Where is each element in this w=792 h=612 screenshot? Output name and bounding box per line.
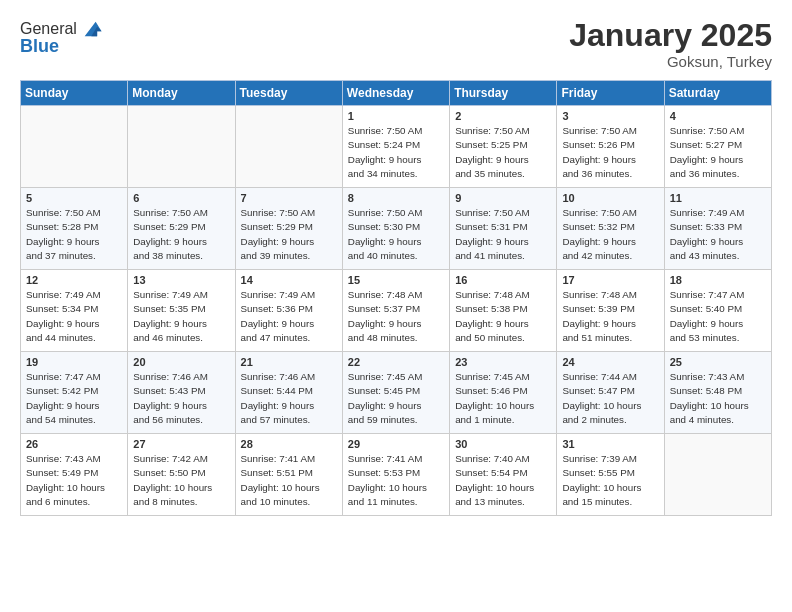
day-info: Sunrise: 7:41 AMSunset: 5:51 PMDaylight:…	[241, 452, 337, 509]
day-info: Sunrise: 7:49 AMSunset: 5:35 PMDaylight:…	[133, 288, 229, 345]
day-info: Sunrise: 7:48 AMSunset: 5:39 PMDaylight:…	[562, 288, 658, 345]
day-info: Sunrise: 7:48 AMSunset: 5:38 PMDaylight:…	[455, 288, 551, 345]
calendar-week-row: 1Sunrise: 7:50 AMSunset: 5:24 PMDaylight…	[21, 106, 772, 188]
weekday-header: Saturday	[664, 81, 771, 106]
calendar-cell: 21Sunrise: 7:46 AMSunset: 5:44 PMDayligh…	[235, 352, 342, 434]
calendar-cell: 3Sunrise: 7:50 AMSunset: 5:26 PMDaylight…	[557, 106, 664, 188]
day-info: Sunrise: 7:44 AMSunset: 5:47 PMDaylight:…	[562, 370, 658, 427]
calendar-week-row: 26Sunrise: 7:43 AMSunset: 5:49 PMDayligh…	[21, 434, 772, 516]
calendar-cell: 5Sunrise: 7:50 AMSunset: 5:28 PMDaylight…	[21, 188, 128, 270]
day-number: 13	[133, 274, 229, 286]
day-number: 10	[562, 192, 658, 204]
day-number: 15	[348, 274, 444, 286]
day-info: Sunrise: 7:50 AMSunset: 5:28 PMDaylight:…	[26, 206, 122, 263]
calendar-cell: 4Sunrise: 7:50 AMSunset: 5:27 PMDaylight…	[664, 106, 771, 188]
logo-icon	[81, 18, 103, 40]
calendar-cell: 24Sunrise: 7:44 AMSunset: 5:47 PMDayligh…	[557, 352, 664, 434]
calendar-cell: 19Sunrise: 7:47 AMSunset: 5:42 PMDayligh…	[21, 352, 128, 434]
calendar-week-row: 12Sunrise: 7:49 AMSunset: 5:34 PMDayligh…	[21, 270, 772, 352]
day-info: Sunrise: 7:50 AMSunset: 5:29 PMDaylight:…	[241, 206, 337, 263]
day-info: Sunrise: 7:46 AMSunset: 5:43 PMDaylight:…	[133, 370, 229, 427]
day-number: 28	[241, 438, 337, 450]
calendar-cell: 20Sunrise: 7:46 AMSunset: 5:43 PMDayligh…	[128, 352, 235, 434]
calendar-cell: 27Sunrise: 7:42 AMSunset: 5:50 PMDayligh…	[128, 434, 235, 516]
calendar-cell: 8Sunrise: 7:50 AMSunset: 5:30 PMDaylight…	[342, 188, 449, 270]
day-number: 24	[562, 356, 658, 368]
day-number: 4	[670, 110, 766, 122]
day-number: 6	[133, 192, 229, 204]
weekday-header-row: SundayMondayTuesdayWednesdayThursdayFrid…	[21, 81, 772, 106]
weekday-header: Thursday	[450, 81, 557, 106]
calendar-cell: 2Sunrise: 7:50 AMSunset: 5:25 PMDaylight…	[450, 106, 557, 188]
calendar-cell: 14Sunrise: 7:49 AMSunset: 5:36 PMDayligh…	[235, 270, 342, 352]
weekday-header: Friday	[557, 81, 664, 106]
calendar-table: SundayMondayTuesdayWednesdayThursdayFrid…	[20, 80, 772, 516]
day-info: Sunrise: 7:48 AMSunset: 5:37 PMDaylight:…	[348, 288, 444, 345]
day-number: 5	[26, 192, 122, 204]
day-number: 1	[348, 110, 444, 122]
day-number: 21	[241, 356, 337, 368]
calendar-cell: 23Sunrise: 7:45 AMSunset: 5:46 PMDayligh…	[450, 352, 557, 434]
calendar-cell	[235, 106, 342, 188]
calendar-cell: 25Sunrise: 7:43 AMSunset: 5:48 PMDayligh…	[664, 352, 771, 434]
weekday-header: Wednesday	[342, 81, 449, 106]
day-info: Sunrise: 7:50 AMSunset: 5:24 PMDaylight:…	[348, 124, 444, 181]
day-number: 9	[455, 192, 551, 204]
calendar-cell: 13Sunrise: 7:49 AMSunset: 5:35 PMDayligh…	[128, 270, 235, 352]
calendar-cell	[664, 434, 771, 516]
calendar-cell	[21, 106, 128, 188]
day-number: 14	[241, 274, 337, 286]
day-info: Sunrise: 7:43 AMSunset: 5:48 PMDaylight:…	[670, 370, 766, 427]
day-number: 3	[562, 110, 658, 122]
day-number: 27	[133, 438, 229, 450]
calendar-cell: 30Sunrise: 7:40 AMSunset: 5:54 PMDayligh…	[450, 434, 557, 516]
day-number: 22	[348, 356, 444, 368]
day-info: Sunrise: 7:41 AMSunset: 5:53 PMDaylight:…	[348, 452, 444, 509]
day-info: Sunrise: 7:50 AMSunset: 5:27 PMDaylight:…	[670, 124, 766, 181]
day-info: Sunrise: 7:49 AMSunset: 5:34 PMDaylight:…	[26, 288, 122, 345]
calendar-cell	[128, 106, 235, 188]
calendar-cell: 9Sunrise: 7:50 AMSunset: 5:31 PMDaylight…	[450, 188, 557, 270]
calendar-cell: 6Sunrise: 7:50 AMSunset: 5:29 PMDaylight…	[128, 188, 235, 270]
day-number: 25	[670, 356, 766, 368]
day-number: 23	[455, 356, 551, 368]
calendar-week-row: 19Sunrise: 7:47 AMSunset: 5:42 PMDayligh…	[21, 352, 772, 434]
day-number: 16	[455, 274, 551, 286]
day-info: Sunrise: 7:45 AMSunset: 5:46 PMDaylight:…	[455, 370, 551, 427]
day-info: Sunrise: 7:42 AMSunset: 5:50 PMDaylight:…	[133, 452, 229, 509]
day-info: Sunrise: 7:50 AMSunset: 5:31 PMDaylight:…	[455, 206, 551, 263]
day-number: 7	[241, 192, 337, 204]
title-block: January 2025 Goksun, Turkey	[569, 18, 772, 70]
day-number: 17	[562, 274, 658, 286]
calendar-cell: 12Sunrise: 7:49 AMSunset: 5:34 PMDayligh…	[21, 270, 128, 352]
day-number: 12	[26, 274, 122, 286]
day-number: 26	[26, 438, 122, 450]
calendar-cell: 18Sunrise: 7:47 AMSunset: 5:40 PMDayligh…	[664, 270, 771, 352]
calendar-cell: 15Sunrise: 7:48 AMSunset: 5:37 PMDayligh…	[342, 270, 449, 352]
day-info: Sunrise: 7:49 AMSunset: 5:36 PMDaylight:…	[241, 288, 337, 345]
day-info: Sunrise: 7:39 AMSunset: 5:55 PMDaylight:…	[562, 452, 658, 509]
calendar-cell: 10Sunrise: 7:50 AMSunset: 5:32 PMDayligh…	[557, 188, 664, 270]
day-info: Sunrise: 7:40 AMSunset: 5:54 PMDaylight:…	[455, 452, 551, 509]
calendar-cell: 17Sunrise: 7:48 AMSunset: 5:39 PMDayligh…	[557, 270, 664, 352]
day-number: 20	[133, 356, 229, 368]
location: Goksun, Turkey	[569, 53, 772, 70]
calendar-cell: 1Sunrise: 7:50 AMSunset: 5:24 PMDaylight…	[342, 106, 449, 188]
calendar-cell: 31Sunrise: 7:39 AMSunset: 5:55 PMDayligh…	[557, 434, 664, 516]
day-number: 29	[348, 438, 444, 450]
weekday-header: Sunday	[21, 81, 128, 106]
day-info: Sunrise: 7:49 AMSunset: 5:33 PMDaylight:…	[670, 206, 766, 263]
day-number: 31	[562, 438, 658, 450]
day-number: 19	[26, 356, 122, 368]
day-info: Sunrise: 7:50 AMSunset: 5:32 PMDaylight:…	[562, 206, 658, 263]
weekday-header: Tuesday	[235, 81, 342, 106]
calendar-week-row: 5Sunrise: 7:50 AMSunset: 5:28 PMDaylight…	[21, 188, 772, 270]
day-number: 2	[455, 110, 551, 122]
day-info: Sunrise: 7:43 AMSunset: 5:49 PMDaylight:…	[26, 452, 122, 509]
month-title: January 2025	[569, 18, 772, 53]
calendar-cell: 16Sunrise: 7:48 AMSunset: 5:38 PMDayligh…	[450, 270, 557, 352]
day-number: 30	[455, 438, 551, 450]
day-info: Sunrise: 7:50 AMSunset: 5:30 PMDaylight:…	[348, 206, 444, 263]
calendar-cell: 22Sunrise: 7:45 AMSunset: 5:45 PMDayligh…	[342, 352, 449, 434]
calendar-cell: 29Sunrise: 7:41 AMSunset: 5:53 PMDayligh…	[342, 434, 449, 516]
